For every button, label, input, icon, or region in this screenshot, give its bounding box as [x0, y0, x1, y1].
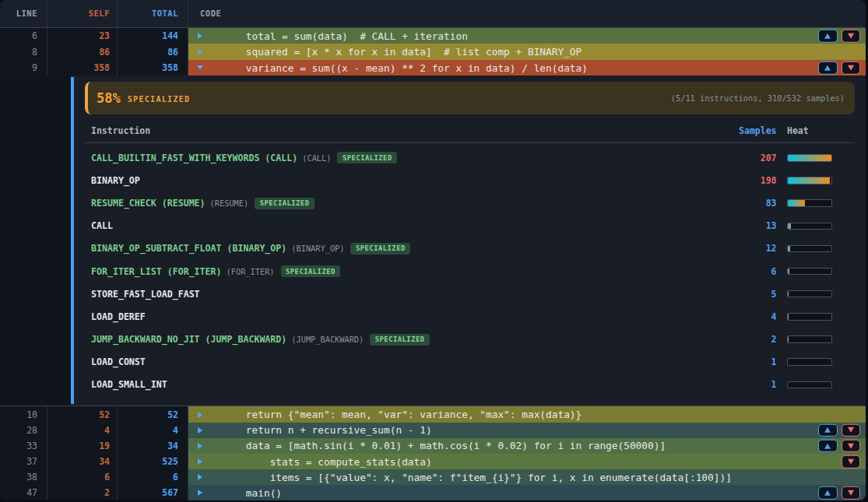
expand-icon[interactable]: [197, 473, 203, 481]
row-nav-buttons: [818, 440, 860, 453]
expand-icon[interactable]: [197, 442, 203, 450]
code-text: items = [{"value": x, "name": f"item_{i}…: [222, 472, 732, 483]
instruction-name: CALL_BUILTIN_FAST_WITH_KEYWORDS (CALL): [91, 153, 297, 163]
heat-bar-track: [787, 335, 832, 343]
instruction-base-name: (CALL): [302, 153, 331, 163]
instruction-name: JUMP_BACKWARD_NO_JIT (JUMP_BACKWARD): [91, 334, 286, 345]
expand-icon[interactable]: [197, 427, 203, 434]
heat-bar: [787, 313, 855, 321]
code-text: variance = sum((x - mean) ** 2 for x in …: [222, 62, 588, 74]
expand-icon[interactable]: [197, 458, 203, 465]
code-cell[interactable]: variance = sum((x - mean) ** 2 for x in …: [188, 60, 866, 75]
instruction-name-cell: FOR_ITER_LIST (FOR_ITER)(FOR_ITER)SPECIA…: [91, 265, 662, 277]
samples-value: 6: [662, 266, 787, 277]
jump-up-button[interactable]: [818, 440, 838, 453]
expand-icon[interactable]: [197, 48, 203, 56]
instruction-name: FOR_ITER_LIST (FOR_ITER): [91, 266, 222, 277]
instruction-name: LOAD_DEREF: [91, 311, 146, 322]
heat-bar-fill: [788, 223, 791, 230]
samples-value: 83: [662, 198, 787, 209]
code-cell[interactable]: stats = compute_stats(data): [188, 454, 866, 469]
instruction-name: LOAD_CONST: [91, 356, 146, 367]
total-samples: 144: [118, 28, 188, 44]
jump-down-button[interactable]: [842, 61, 861, 75]
total-samples: 4: [118, 423, 188, 438]
self-samples: 52: [47, 406, 118, 422]
specialized-badge: SPECIALIZED: [337, 152, 397, 163]
column-header-code[interactable]: CODE: [188, 0, 866, 27]
jump-down-button[interactable]: [842, 455, 861, 469]
instruction-table-body: CALL_BUILTIN_FAST_WITH_KEYWORDS (CALL)(C…: [85, 143, 855, 396]
heat-bar: [787, 268, 855, 276]
line-number: 47: [0, 485, 47, 500]
column-header-line[interactable]: LINE: [0, 0, 47, 27]
jump-up-button[interactable]: [818, 30, 838, 43]
instruction-column-header: Instruction: [91, 125, 662, 136]
heat-bar-fill: [788, 177, 830, 184]
heat-bar-track: [787, 290, 832, 298]
instruction-table-header: Instruction Samples Heat: [85, 114, 855, 143]
specialization-banner: 58% SPECIALIZED (5/11 instructions, 310/…: [85, 82, 855, 114]
heat-bar-track: [787, 358, 832, 366]
jump-up-button[interactable]: [818, 61, 838, 75]
code-text: data = [math.sin(i * 0.01) + math.cos(i …: [222, 440, 666, 451]
expand-icon[interactable]: [197, 32, 203, 40]
heat-bar-track: [787, 245, 832, 253]
total-samples: 6: [118, 469, 188, 485]
code-row-line-33: 331934 data = [math.sin(i * 0.01) + math…: [0, 438, 866, 454]
expand-icon[interactable]: [197, 489, 203, 497]
code-cell[interactable]: total = sum(data) # CALL + iteration: [188, 28, 866, 44]
code-cell[interactable]: return {"mean": mean, "var": variance, "…: [188, 406, 866, 422]
column-header-self[interactable]: SELF: [47, 0, 118, 27]
instruction-name-cell: STORE_FAST_LOAD_FAST: [91, 289, 662, 300]
samples-value: 5: [662, 289, 787, 300]
collapse-icon[interactable]: [197, 64, 203, 72]
heat-bar-track: [787, 154, 832, 162]
instruction-name-cell: CALL: [91, 220, 662, 231]
heat-bar: [787, 177, 855, 184]
code-row-line-47: 472567 main(): [0, 485, 866, 500]
table-header: LINE SELF TOTAL CODE: [0, 0, 866, 28]
instruction-row: LOAD_SMALL_INT1: [85, 374, 855, 396]
heat-bar-fill: [788, 246, 790, 252]
total-samples: 525: [118, 454, 188, 469]
profiler-table: LINE SELF TOTAL CODE 623144 total = sum(…: [0, 0, 866, 500]
instruction-name: RESUME_CHECK (RESUME): [91, 198, 206, 209]
column-header-total[interactable]: TOTAL: [118, 0, 188, 27]
expand-icon[interactable]: [197, 411, 203, 419]
total-samples: 567: [118, 485, 188, 500]
samples-value: 4: [662, 311, 787, 322]
instruction-name-cell: CALL_BUILTIN_FAST_WITH_KEYWORDS (CALL)(C…: [91, 152, 662, 163]
jump-down-button[interactable]: [842, 423, 861, 437]
row-nav-buttons: [818, 486, 860, 500]
line-number: 8: [0, 44, 47, 59]
specialized-badge: SPECIALIZED: [255, 198, 315, 209]
heat-bar-track: [787, 223, 832, 230]
line-number: 33: [0, 438, 47, 454]
instruction-name-cell: BINARY_OP_SUBTRACT_FLOAT (BINARY_OP)(BIN…: [91, 243, 662, 255]
specialized-badge: SPECIALIZED: [281, 265, 341, 277]
heat-bar-fill: [788, 200, 805, 206]
code-text: return {"mean": mean, "var": variance, "…: [222, 409, 582, 420]
jump-down-button[interactable]: [842, 440, 861, 453]
code-cell[interactable]: return n + recursive_sum(n - 1): [188, 423, 866, 438]
code-text: main(): [222, 487, 282, 499]
code-cell[interactable]: main(): [188, 485, 866, 500]
jump-up-button[interactable]: [818, 486, 838, 500]
heat-bar: [787, 199, 855, 207]
samples-value: 207: [662, 153, 787, 163]
line-number: 10: [0, 406, 47, 422]
code-cell[interactable]: squared = [x * x for x in data] # list c…: [188, 44, 866, 59]
heat-bar: [787, 223, 855, 230]
jump-down-button[interactable]: [842, 30, 861, 43]
heat-bar-fill: [788, 269, 789, 275]
code-cell[interactable]: items = [{"value": x, "name": f"item_{i}…: [188, 469, 866, 485]
total-samples: 86: [118, 44, 188, 59]
heat-bar-track: [787, 381, 832, 389]
panel-left-gap: [0, 75, 71, 405]
jump-down-button[interactable]: [842, 486, 861, 500]
jump-up-button[interactable]: [818, 423, 838, 437]
heat-bar-fill: [788, 314, 789, 320]
specialization-panel: 58% SPECIALIZED (5/11 instructions, 310/…: [74, 75, 866, 405]
code-cell[interactable]: data = [math.sin(i * 0.01) + math.cos(i …: [188, 438, 866, 454]
